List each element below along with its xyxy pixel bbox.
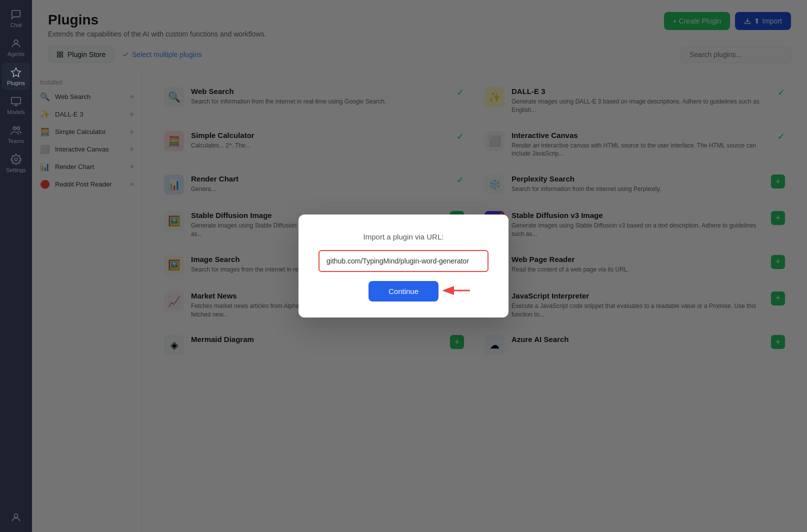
arrow-icon bbox=[442, 283, 472, 298]
import-modal: Import a plugin via URL: Continue bbox=[298, 214, 508, 318]
plugin-url-input[interactable] bbox=[318, 250, 488, 272]
continue-button[interactable]: Continue bbox=[368, 281, 438, 302]
modal-title: Import a plugin via URL: bbox=[364, 232, 444, 241]
modal-overlay: Import a plugin via URL: Continue bbox=[0, 0, 807, 532]
arrow-indicator bbox=[442, 283, 472, 300]
modal-input-wrap bbox=[318, 250, 488, 272]
